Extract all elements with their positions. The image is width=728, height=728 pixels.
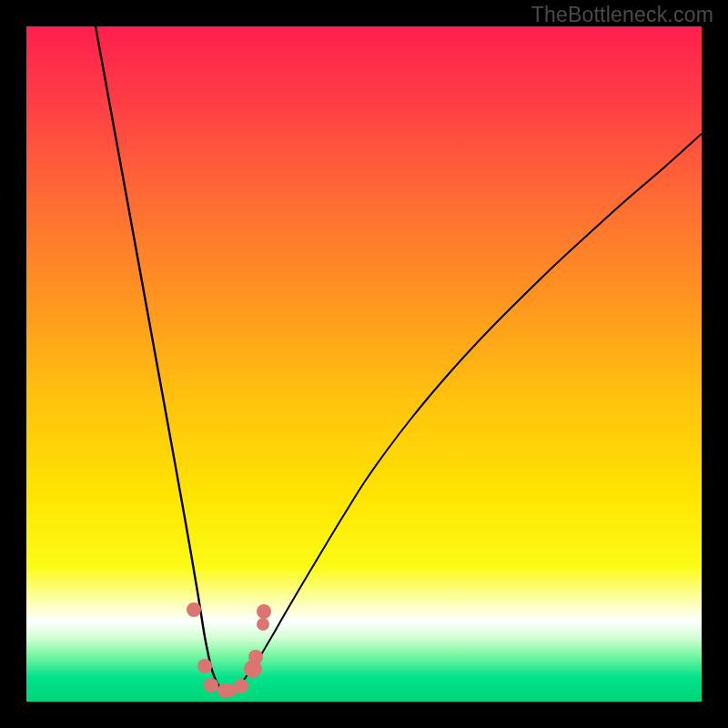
chart-svg	[26, 26, 702, 702]
scatter-dot	[257, 618, 269, 631]
scatter-dot	[197, 659, 212, 673]
scatter-dot	[187, 602, 201, 617]
scatter-dot	[234, 679, 248, 693]
gradient-background	[26, 26, 702, 702]
scatter-dot	[257, 604, 271, 619]
scatter-dot	[248, 650, 263, 664]
watermark-text: TheBottleneck.com	[531, 3, 713, 27]
plot-area	[26, 26, 702, 702]
outer-frame: TheBottleneck.com	[0, 0, 728, 728]
scatter-dot	[204, 678, 218, 693]
